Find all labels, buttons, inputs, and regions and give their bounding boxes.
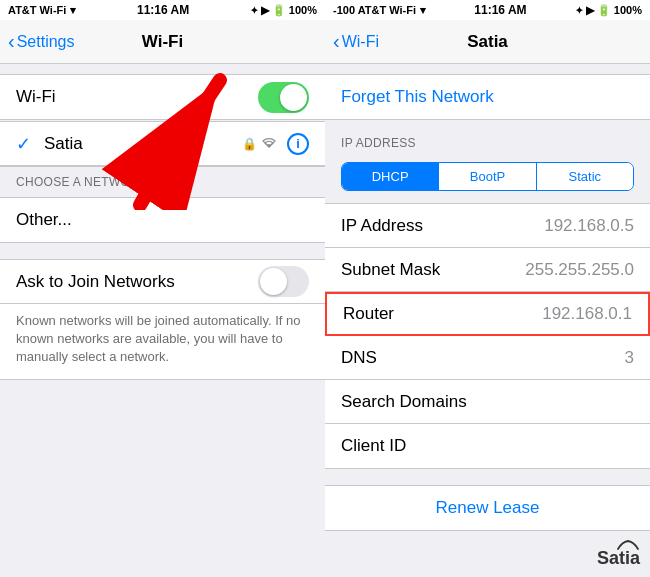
other-network-group: Other... bbox=[0, 197, 325, 243]
segment-bootp[interactable]: BootP bbox=[439, 163, 536, 190]
right-signal-icon: ▶ bbox=[586, 4, 594, 17]
left-nav-title: Wi-Fi bbox=[142, 32, 183, 52]
right-carrier-text: -100 AT&T Wi-Fi bbox=[333, 4, 416, 16]
left-carrier: AT&T Wi-Fi ▾ bbox=[8, 4, 76, 17]
segment-bootp-label: BootP bbox=[470, 169, 505, 184]
segment-static[interactable]: Static bbox=[537, 163, 633, 190]
left-panel: AT&T Wi-Fi ▾ 11:16 AM ✦ ▶ 🔋 100% ‹ Setti… bbox=[0, 0, 325, 577]
ip-address-value: 192.168.0.5 bbox=[544, 216, 634, 236]
right-nav-title: Satia bbox=[467, 32, 508, 52]
back-label[interactable]: Settings bbox=[17, 33, 75, 51]
renew-lease-button[interactable]: Renew Lease bbox=[325, 485, 650, 531]
right-status-bar: -100 AT&T Wi-Fi ▾ 11:16 AM ✦ ▶ 🔋 100% bbox=[325, 0, 650, 20]
search-domains-row: Search Domains bbox=[325, 380, 650, 424]
location-icon: ✦ bbox=[250, 5, 258, 16]
wifi-signal-icon: ▾ bbox=[70, 4, 76, 17]
left-status-bar: AT&T Wi-Fi ▾ 11:16 AM ✦ ▶ 🔋 100% bbox=[0, 0, 325, 20]
subnet-mask-label: Subnet Mask bbox=[341, 260, 525, 280]
checkmark-icon: ✓ bbox=[16, 133, 36, 155]
router-value: 192.168.0.1 bbox=[542, 304, 632, 324]
ask-join-toggle[interactable] bbox=[258, 266, 309, 297]
forget-network-section: Forget This Network bbox=[325, 74, 650, 120]
wifi-label: Wi-Fi bbox=[16, 87, 258, 107]
other-network-item[interactable]: Other... bbox=[0, 198, 325, 242]
loading-spinner bbox=[164, 175, 178, 189]
wifi-toggle-group: Wi-Fi bbox=[0, 74, 325, 120]
chevron-left-icon: ‹ bbox=[8, 30, 15, 53]
connected-network-item[interactable]: ✓ Satia 🔒 i bbox=[0, 122, 325, 166]
router-label: Router bbox=[343, 304, 542, 324]
network-list-group: ✓ Satia 🔒 i bbox=[0, 121, 325, 167]
wifi-toggle-row: Wi-Fi bbox=[0, 75, 325, 119]
ip-address-label: IP Address bbox=[341, 216, 544, 236]
right-right-status: ✦ ▶ 🔋 100% bbox=[575, 4, 642, 17]
connected-network-name: Satia bbox=[44, 134, 242, 154]
segment-dhcp[interactable]: DHCP bbox=[342, 163, 439, 190]
subnet-mask-row: Subnet Mask 255.255.255.0 bbox=[325, 248, 650, 292]
right-location-icon: ✦ bbox=[575, 5, 583, 16]
right-back-button[interactable]: ‹ Wi-Fi bbox=[333, 30, 379, 53]
watermark: Satia bbox=[597, 540, 640, 569]
other-label: Other... bbox=[16, 210, 72, 230]
left-back-button[interactable]: ‹ Settings bbox=[8, 30, 74, 53]
right-time: 11:16 AM bbox=[474, 3, 526, 17]
ip-address-section-header: IP ADDRESS bbox=[325, 120, 650, 154]
network-icons: 🔒 i bbox=[242, 133, 309, 155]
battery-percent: 100% bbox=[289, 4, 317, 16]
dns-label: DNS bbox=[341, 348, 625, 368]
dns-row: DNS 3 bbox=[325, 336, 650, 380]
spacer1 bbox=[0, 64, 325, 74]
search-domains-label: Search Domains bbox=[341, 392, 634, 412]
subnet-mask-value: 255.255.255.0 bbox=[525, 260, 634, 280]
signal-bars: ▶ bbox=[261, 4, 269, 17]
right-nav-bar: ‹ Wi-Fi Satia bbox=[325, 20, 650, 64]
right-chevron-left-icon: ‹ bbox=[333, 30, 340, 53]
right-panel: -100 AT&T Wi-Fi ▾ 11:16 AM ✦ ▶ 🔋 100% ‹ … bbox=[325, 0, 650, 577]
toggle-knob bbox=[280, 84, 307, 111]
ip-segment-control: DHCP BootP Static bbox=[341, 162, 634, 191]
ask-join-row: Ask to Join Networks bbox=[0, 260, 325, 304]
watermark-text: Satia bbox=[597, 548, 640, 569]
ask-join-section: Ask to Join Networks Known networks will… bbox=[0, 259, 325, 380]
ask-join-knob bbox=[260, 268, 287, 295]
dns-value: 3 bbox=[625, 348, 634, 368]
forget-network-button[interactable]: Forget This Network bbox=[325, 75, 650, 119]
right-battery-percent: 100% bbox=[614, 4, 642, 16]
ip-address-row: IP Address 192.168.0.5 bbox=[325, 204, 650, 248]
left-right-status: ✦ ▶ 🔋 100% bbox=[250, 4, 317, 17]
wifi-strength-icon bbox=[261, 136, 277, 152]
wifi-toggle[interactable] bbox=[258, 82, 309, 113]
right-battery-icon: 🔋 bbox=[597, 4, 611, 17]
ip-detail-list: IP Address 192.168.0.5 Subnet Mask 255.2… bbox=[325, 203, 650, 469]
right-wifi-icon: ▾ bbox=[420, 4, 426, 17]
lock-icon: 🔒 bbox=[242, 137, 257, 151]
client-id-label: Client ID bbox=[341, 436, 634, 456]
info-button[interactable]: i bbox=[287, 133, 309, 155]
battery-icon: 🔋 bbox=[272, 4, 286, 17]
choose-network-header: CHOOSE A NETWORK... bbox=[0, 167, 325, 197]
segment-dhcp-label: DHCP bbox=[372, 169, 409, 184]
info-icon: i bbox=[296, 136, 300, 151]
left-time: 11:16 AM bbox=[137, 3, 189, 17]
help-text: Known networks will be joined automatica… bbox=[0, 304, 325, 379]
client-id-row: Client ID bbox=[325, 424, 650, 468]
left-nav-bar: ‹ Settings Wi-Fi bbox=[0, 20, 325, 64]
router-row: Router 192.168.0.1 bbox=[325, 292, 650, 336]
choose-network-label: CHOOSE A NETWORK... bbox=[16, 175, 158, 189]
carrier-text: AT&T Wi-Fi bbox=[8, 4, 66, 16]
separator1 bbox=[0, 243, 325, 259]
ask-join-label: Ask to Join Networks bbox=[16, 272, 258, 292]
right-back-label[interactable]: Wi-Fi bbox=[342, 33, 379, 51]
segment-control-wrapper: DHCP BootP Static bbox=[325, 154, 650, 197]
right-carrier: -100 AT&T Wi-Fi ▾ bbox=[333, 4, 426, 17]
segment-static-label: Static bbox=[569, 169, 602, 184]
